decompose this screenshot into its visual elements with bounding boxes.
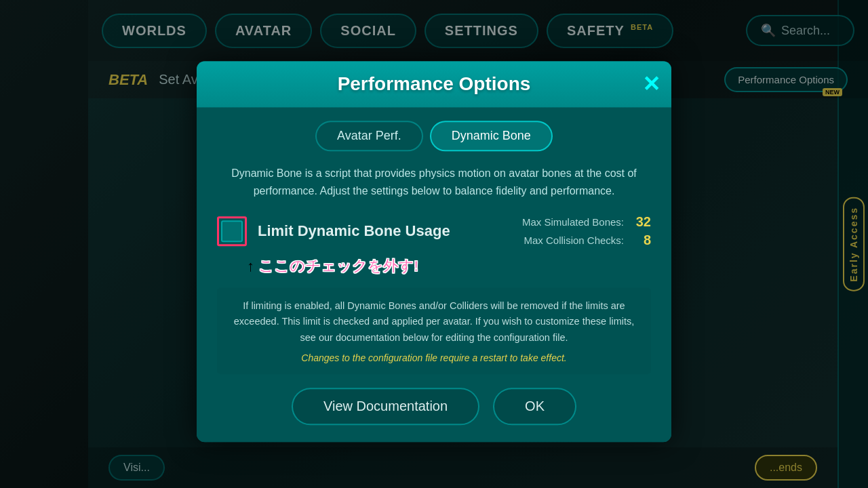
close-button[interactable]: ✕ xyxy=(642,73,660,95)
tab-avatar-perf[interactable]: Avatar Perf. xyxy=(315,121,423,151)
dialog-header: Performance Options ✕ xyxy=(197,61,671,107)
limit-dynamic-bone-checkbox[interactable] xyxy=(221,221,243,243)
max-collision-row: Max Collision Checks: 8 xyxy=(524,233,651,249)
max-collision-label: Max Collision Checks: xyxy=(524,235,624,247)
checkbox-section: Limit Dynamic Bone Usage Max Simulated B… xyxy=(217,215,651,249)
tab-row: Avatar Perf. Dynamic Bone xyxy=(217,121,651,151)
dialog-title: Performance Options xyxy=(338,73,531,95)
checkbox-wrapper xyxy=(217,217,247,247)
tab-dynamic-bone[interactable]: Dynamic Bone xyxy=(430,121,553,151)
max-simulated-value: 32 xyxy=(631,215,651,230)
performance-options-dialog: Performance Options ✕ Avatar Perf. Dynam… xyxy=(197,61,671,442)
max-simulated-row: Max Simulated Bones: 32 xyxy=(522,215,651,230)
action-button-row: View Documentation OK xyxy=(217,388,651,425)
bone-stats: Max Simulated Bones: 32 Max Collision Ch… xyxy=(522,215,651,249)
checkbox-label: Limit Dynamic Bone Usage xyxy=(258,223,450,241)
annotation: ↑ ここのチェックを外す! xyxy=(247,257,651,277)
warning-text: Changes to the configuration file requir… xyxy=(231,352,637,363)
view-documentation-button[interactable]: View Documentation xyxy=(292,388,479,425)
ok-button[interactable]: OK xyxy=(493,388,576,425)
description-text: Dynamic Bone is a script that provides p… xyxy=(217,165,651,199)
max-collision-value: 8 xyxy=(631,233,651,249)
max-simulated-label: Max Simulated Bones: xyxy=(522,217,624,228)
annotation-text: ここのチェックを外す! xyxy=(258,257,418,277)
info-main-text: If limiting is enabled, all Dynamic Bone… xyxy=(231,299,637,346)
annotation-arrow: ↑ xyxy=(247,258,254,276)
dialog-body: Avatar Perf. Dynamic Bone Dynamic Bone i… xyxy=(197,107,671,442)
info-box: If limiting is enabled, all Dynamic Bone… xyxy=(217,288,651,375)
